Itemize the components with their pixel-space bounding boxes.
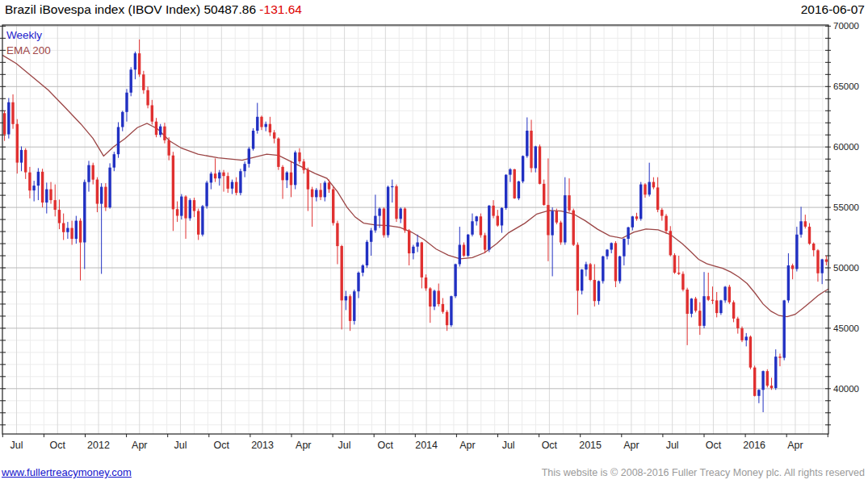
candle-down [446,312,448,326]
candle-up [509,169,511,175]
chart-page: Brazil iBovespa index (IBOV Index) 50487… [0,0,868,484]
x-axis-label: Apr [132,440,147,451]
candle-up [774,357,777,388]
candle-up [366,242,368,265]
candle-down [24,150,27,173]
candle-down [151,106,153,122]
candle-down [480,216,482,235]
candle-down [753,368,756,396]
chart-legend: Weekly EMA 200 [6,27,51,58]
candle-up [761,371,764,390]
candle-up [87,165,90,182]
candle-up [370,231,372,242]
candle-down [54,200,57,210]
candle-down [290,173,292,186]
y-axis-label: 60000 [833,142,859,152]
candle-down [652,182,655,188]
candle-up [113,154,115,168]
candle-down [193,200,195,211]
candle-up [125,93,128,112]
candle-up [787,265,790,300]
footer-link[interactable]: www.fullertreacymoney.com [2,466,132,478]
candle-down [766,371,769,386]
candle-up [121,112,124,127]
candle-up [239,171,241,193]
candle-up [75,221,78,240]
candle-down [49,190,52,201]
candle-down [547,205,549,235]
y-axis-label: 65000 [833,81,859,91]
candle-down [749,336,752,367]
candle-up [623,239,625,257]
candle-down [681,274,684,290]
candle-up [294,152,296,185]
legend-ema: EMA 200 [6,43,51,58]
x-axis-label: Apr [787,440,803,451]
candle-up [505,175,507,208]
candle-up [450,296,452,325]
candle-down [28,173,31,191]
candle-up [159,127,161,136]
candle-down [492,206,494,216]
candle-down [328,182,330,189]
candle-up [757,390,760,396]
candle-down [530,131,532,168]
x-axis-label: Jul [174,440,187,451]
candle-down [665,216,667,232]
candle-down [644,185,646,195]
candle-down [3,113,6,134]
candle-up [362,265,364,273]
candle-down [227,176,229,189]
candle-up [100,187,103,204]
candle-up [400,209,402,219]
candle-down [568,195,570,211]
x-axis-label: Oct [542,440,558,451]
page-footer: www.fullertreacymoney.com This website i… [2,466,866,482]
candle-down [222,173,224,177]
candle-up [117,127,120,155]
candle-down [277,139,279,167]
candle-down [816,250,819,273]
candle-up [702,296,705,326]
candle-down [497,216,499,226]
candle-down [484,236,486,250]
candle-up [248,148,250,164]
candle-up [745,336,748,340]
candle-up [324,182,326,197]
candle-down [336,223,338,247]
candle-down [11,102,14,124]
candle-up [180,197,182,216]
candle-down [438,291,440,305]
candle-up [83,182,86,243]
candle-up [648,182,651,195]
candle-down [184,197,187,219]
candle-up [189,200,191,219]
x-axis-label: 2013 [251,440,274,451]
candle-up [387,187,389,236]
candle-up [602,257,604,282]
candle-up [286,173,288,181]
candle-up [795,235,798,269]
candle-down [298,152,300,161]
candle-up [412,247,414,253]
candle-down [740,328,743,340]
candle-up [581,269,583,290]
candle-up [357,273,359,291]
candle-down [698,311,701,326]
candle-down [96,180,99,204]
candle-up [526,131,528,156]
candle-up [134,53,136,69]
y-axis-label: 70000 [833,21,859,31]
candle-up [130,69,132,93]
candle-down [155,122,157,136]
candle-up [315,190,317,197]
candle-down [556,211,558,223]
candle-down [269,124,271,133]
candle-down [614,243,617,281]
candle-down [281,167,283,181]
candle-down [163,127,166,140]
candle-up [205,182,208,206]
x-axis-label: Apr [623,440,639,451]
candle-down [142,74,145,90]
x-axis-label: Oct [50,440,66,451]
